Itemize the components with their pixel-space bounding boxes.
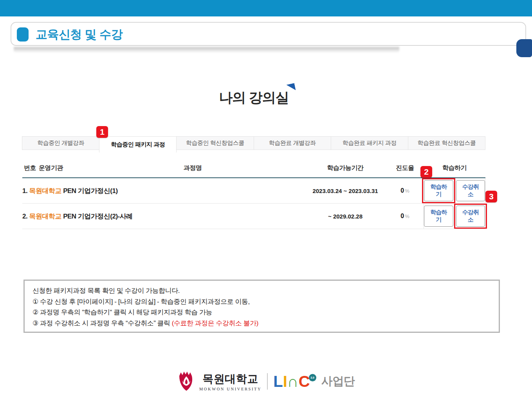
annotation-badge-1: 1 — [96, 126, 108, 138]
section-header: 교육신청 및 수강 — [11, 22, 526, 46]
tab-learning-package[interactable]: 학습중인 패키지 과정 — [99, 136, 177, 153]
course-name: PEN 기업가정신(1) — [63, 187, 117, 195]
title-triangle-icon — [286, 83, 296, 92]
learn-button-wrap: 학습하기 — [424, 206, 453, 227]
col-org: 운영기관 — [39, 164, 81, 172]
linc-division-label: 사업단 — [321, 374, 355, 389]
linc-logo: L I ∩ C 3.0 — [273, 374, 317, 388]
course-actions: 2 학습하기 수강취소 — [424, 178, 485, 203]
cancel-enrollment-button[interactable]: 수강취소 — [456, 180, 485, 201]
mokwon-university-emblem-icon — [177, 371, 195, 392]
tab-completed-package[interactable]: 학습완료 패키지 과정 — [331, 136, 408, 150]
cancel-enrollment-button[interactable]: 수강취소 — [456, 206, 485, 227]
course-table-header: 번호 운영기관 과정명 학습가능기간 진도율 학습하기 — [22, 159, 485, 178]
progress-value: 0 — [400, 213, 404, 219]
course-progress: 0% — [386, 213, 424, 220]
tab-learning-individual[interactable]: 학습중인 개별강좌 — [22, 136, 99, 150]
course-period: ~ 2029.02.28 — [304, 213, 386, 220]
page-title: 나의 강의실 — [219, 88, 289, 107]
instruction-line-1: 신청한 패키지과정 목록 확인 및 수강이 가능합니다. — [32, 285, 491, 296]
course-org: 목원대학교 — [29, 187, 61, 195]
learn-button-highlight: 2 학습하기 — [422, 178, 455, 203]
linc-letter-n: ∩ — [287, 374, 299, 388]
col-progress: 진도율 — [386, 164, 424, 172]
page-title-wrap: 나의 강의실 — [22, 88, 485, 107]
col-no: 번호 — [22, 164, 39, 172]
corner-navy-tab — [516, 39, 532, 57]
tab-learning-startup-school[interactable]: 학습중인 혁신창업스쿨 — [176, 136, 254, 150]
course-no: 1. — [22, 187, 27, 195]
header-bullet-icon — [17, 27, 29, 42]
table-row: 1. 목원대학교 PEN 기업가정신(1) 2023.03.24 ~ 2023.… — [22, 178, 485, 204]
top-accent-bar — [0, 0, 532, 16]
progress-unit: % — [405, 213, 409, 219]
course-progress: 0% — [386, 187, 424, 194]
instruction-line-2: ① 수강 신청 후 [마이페이지] - [나의 강의실] - 학습중인 패키지과… — [32, 296, 491, 307]
col-course: 과정명 — [81, 164, 304, 172]
annotation-badge-3: 3 — [485, 191, 497, 202]
university-name-en: MOKWON UNIVERSITY — [199, 387, 261, 391]
course-title: 2. 목원대학교 PEN 기업가정신(2)-사례 — [22, 212, 304, 221]
university-name-kr: 목원대학교 — [202, 372, 258, 386]
linc-letter-i: I — [283, 374, 287, 388]
tab-completed-startup-school[interactable]: 학습완료 혁신창업스쿨 — [408, 136, 485, 150]
cancel-button-wrap: 수강취소 — [456, 180, 485, 201]
instructions-box: 신청한 패키지과정 목록 확인 및 수강이 가능합니다. ① 수강 신청 후 [… — [23, 280, 500, 333]
instruction-line-3: ② 과정명 우측의 “학습하기“ 클릭 시 해당 패키지과정 학습 가능 — [32, 307, 491, 318]
tab-completed-individual[interactable]: 학습완료 개별강좌 — [254, 136, 331, 150]
col-learn: 학습하기 — [424, 164, 485, 172]
linc-globe-icon: 3.0 — [309, 374, 316, 381]
slide-canvas: 교육신청 및 수강 나의 강의실 1 학습중인 개별강좌 학습중인 패키지 과정… — [0, 0, 532, 399]
instruction-line-4-black: ③ 과정 수강취소 시 과정명 우측 “수강취소” 클릭 — [32, 320, 172, 327]
footer-logos: 목원대학교 MOKWON UNIVERSITY L I ∩ C 3.0 사업단 — [0, 371, 532, 392]
course-period: 2023.03.24 ~ 2023.03.31 — [304, 188, 386, 194]
col-period: 학습가능기간 — [304, 164, 386, 172]
course-actions: 학습하기 3 수강취소 — [424, 204, 485, 229]
footer-divider — [267, 373, 268, 390]
linc-letter-l: L — [273, 374, 283, 388]
learn-button[interactable]: 학습하기 — [424, 206, 453, 227]
progress-value: 0 — [400, 187, 404, 194]
section-title: 교육신청 및 수강 — [36, 27, 123, 42]
course-org: 목원대학교 — [29, 213, 61, 220]
cancel-button-highlight: 3 수강취소 — [454, 204, 487, 229]
table-row: 2. 목원대학교 PEN 기업가정신(2)-사례 ~ 2029.02.28 0%… — [22, 204, 485, 229]
instruction-line-4: ③ 과정 수강취소 시 과정명 우측 “수강취소” 클릭 (수료한 과정은 수강… — [32, 318, 491, 329]
screenshot-shadow — [14, 47, 399, 53]
progress-unit: % — [405, 188, 409, 194]
annotation-badge-2: 2 — [420, 166, 432, 178]
instruction-line-4-red: (수료한 과정은 수강취소 불가) — [172, 320, 258, 327]
course-name: PEN 기업가정신(2)-사례 — [63, 213, 133, 220]
course-table: 번호 운영기관 과정명 학습가능기간 진도율 학습하기 1. 목원대학교 PEN… — [22, 159, 485, 229]
course-no: 2. — [22, 213, 27, 220]
course-title: 1. 목원대학교 PEN 기업가정신(1) — [22, 186, 304, 195]
linc-letter-c: C — [299, 374, 310, 388]
classroom-tabs: 1 학습중인 개별강좌 학습중인 패키지 과정 학습중인 혁신창업스쿨 학습완료… — [22, 136, 485, 150]
university-name-block: 목원대학교 MOKWON UNIVERSITY — [199, 372, 261, 391]
learn-button[interactable]: 학습하기 — [424, 180, 453, 201]
